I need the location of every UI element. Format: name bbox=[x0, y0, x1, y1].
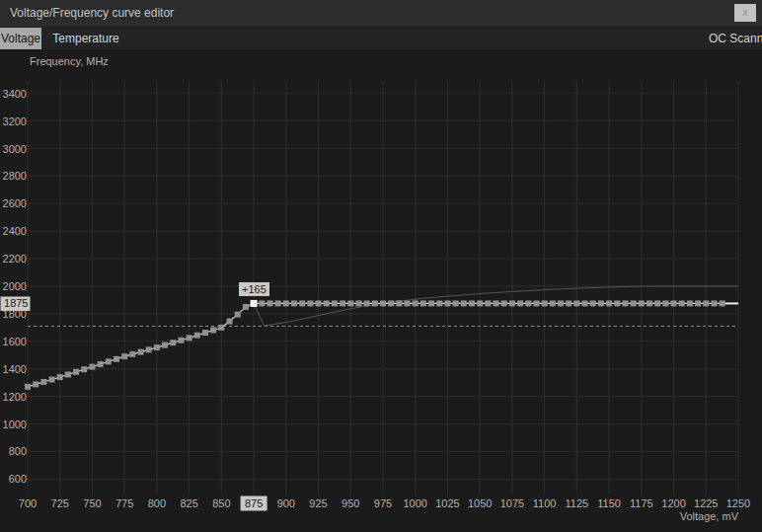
curve-point[interactable] bbox=[57, 374, 63, 380]
curve-point[interactable] bbox=[671, 300, 677, 306]
curve-point[interactable] bbox=[647, 300, 652, 306]
curve-point[interactable] bbox=[218, 325, 224, 331]
curve-point[interactable] bbox=[550, 300, 556, 306]
y-tick-label: 1875 bbox=[4, 297, 28, 309]
curve-point[interactable] bbox=[33, 381, 38, 387]
curve-point[interactable] bbox=[316, 300, 322, 306]
curve-point[interactable] bbox=[622, 300, 628, 306]
curve-point[interactable] bbox=[380, 300, 386, 306]
curve-point[interactable] bbox=[283, 300, 289, 306]
curve-point[interactable] bbox=[194, 333, 200, 339]
curve-point[interactable] bbox=[81, 366, 87, 372]
vf-curve-line bbox=[28, 303, 723, 386]
selected-curve-point[interactable] bbox=[251, 300, 258, 307]
curve-point[interactable] bbox=[138, 349, 144, 355]
curve-point[interactable] bbox=[129, 351, 135, 357]
curve-point[interactable] bbox=[121, 353, 127, 359]
curve-point[interactable] bbox=[364, 300, 370, 306]
curve-point[interactable] bbox=[501, 300, 507, 306]
curve-point[interactable] bbox=[573, 300, 579, 306]
curve-point[interactable] bbox=[614, 300, 620, 306]
curve-point[interactable] bbox=[566, 300, 572, 306]
curve-point[interactable] bbox=[606, 300, 612, 306]
curve-point[interactable] bbox=[639, 300, 645, 306]
curve-point[interactable] bbox=[202, 330, 208, 336]
curve-point[interactable] bbox=[436, 300, 442, 306]
curve-point[interactable] bbox=[679, 300, 685, 306]
curve-point[interactable] bbox=[170, 340, 176, 345]
curve-point[interactable] bbox=[267, 300, 272, 306]
curve-point[interactable] bbox=[453, 300, 459, 306]
x-tick-label: 900 bbox=[277, 497, 295, 509]
curve-point[interactable] bbox=[533, 300, 539, 306]
y-tick-label: 1000 bbox=[3, 418, 27, 430]
curve-point[interactable] bbox=[494, 300, 499, 306]
tab-voltage[interactable]: Voltage bbox=[0, 28, 41, 49]
curve-point[interactable] bbox=[73, 369, 79, 375]
vf-curve-plot[interactable]: 6008001000120014001600180018752000220024… bbox=[0, 49, 762, 532]
close-button[interactable]: x bbox=[734, 4, 756, 22]
oc-scanner-button[interactable]: OC Scanner bbox=[709, 28, 762, 49]
curve-point[interactable] bbox=[332, 300, 338, 306]
curve-point[interactable] bbox=[485, 300, 491, 306]
curve-point[interactable] bbox=[154, 344, 160, 350]
curve-point[interactable] bbox=[542, 300, 548, 306]
curve-point[interactable] bbox=[227, 319, 233, 325]
curve-point[interactable] bbox=[372, 300, 378, 306]
curve-point[interactable] bbox=[324, 300, 330, 306]
curve-point[interactable] bbox=[662, 300, 668, 306]
curve-point[interactable] bbox=[420, 300, 426, 306]
curve-point[interactable] bbox=[65, 371, 71, 377]
curve-point[interactable] bbox=[114, 356, 119, 362]
curve-point[interactable] bbox=[275, 300, 281, 306]
curve-point[interactable] bbox=[517, 300, 523, 306]
curve-point[interactable] bbox=[525, 300, 531, 306]
curve-point[interactable] bbox=[40, 379, 46, 385]
curve-point[interactable] bbox=[347, 300, 353, 306]
y-tick-label: 2400 bbox=[3, 225, 27, 237]
curve-point[interactable] bbox=[178, 338, 184, 343]
curve-point[interactable] bbox=[187, 335, 192, 341]
curve-point[interactable] bbox=[598, 300, 604, 306]
curve-point[interactable] bbox=[703, 300, 709, 306]
curve-point[interactable] bbox=[243, 304, 249, 310]
curve-point[interactable] bbox=[235, 312, 241, 318]
curve-point[interactable] bbox=[146, 346, 152, 352]
tab-temperature[interactable]: Temperature bbox=[41, 28, 130, 49]
x-tick-label: 750 bbox=[83, 497, 101, 509]
curve-point[interactable] bbox=[477, 300, 483, 306]
curve-point[interactable] bbox=[469, 300, 475, 306]
curve-point[interactable] bbox=[98, 361, 104, 367]
curve-point[interactable] bbox=[428, 300, 434, 306]
curve-point[interactable] bbox=[413, 300, 419, 306]
curve-point[interactable] bbox=[396, 300, 402, 306]
curve-point[interactable] bbox=[355, 300, 361, 306]
x-tick-label: 1150 bbox=[597, 497, 621, 509]
curve-point[interactable] bbox=[711, 300, 717, 306]
curve-point[interactable] bbox=[162, 342, 168, 348]
curve-point[interactable] bbox=[25, 384, 31, 390]
curve-point[interactable] bbox=[89, 364, 95, 370]
curve-point[interactable] bbox=[49, 377, 55, 383]
curve-point[interactable] bbox=[340, 300, 345, 306]
curve-point[interactable] bbox=[687, 300, 693, 306]
curve-point[interactable] bbox=[388, 300, 394, 306]
curve-point[interactable] bbox=[558, 300, 564, 306]
curve-point[interactable] bbox=[307, 300, 313, 306]
curve-point[interactable] bbox=[590, 300, 596, 306]
curve-point[interactable] bbox=[720, 300, 725, 306]
curve-point[interactable] bbox=[461, 300, 467, 306]
curve-point[interactable] bbox=[654, 300, 660, 306]
curve-point[interactable] bbox=[695, 300, 701, 306]
curve-point[interactable] bbox=[444, 300, 450, 306]
curve-point[interactable] bbox=[509, 300, 515, 306]
curve-point[interactable] bbox=[582, 300, 588, 306]
curve-point[interactable] bbox=[259, 300, 265, 306]
vf-curve-editor-window: Voltage/Frequency curve editor x Voltage… bbox=[0, 0, 762, 532]
curve-point[interactable] bbox=[405, 300, 411, 306]
curve-point[interactable] bbox=[299, 300, 305, 306]
curve-point[interactable] bbox=[210, 327, 216, 333]
curve-point[interactable] bbox=[631, 300, 637, 306]
curve-point[interactable] bbox=[106, 358, 112, 364]
curve-point[interactable] bbox=[291, 300, 297, 306]
